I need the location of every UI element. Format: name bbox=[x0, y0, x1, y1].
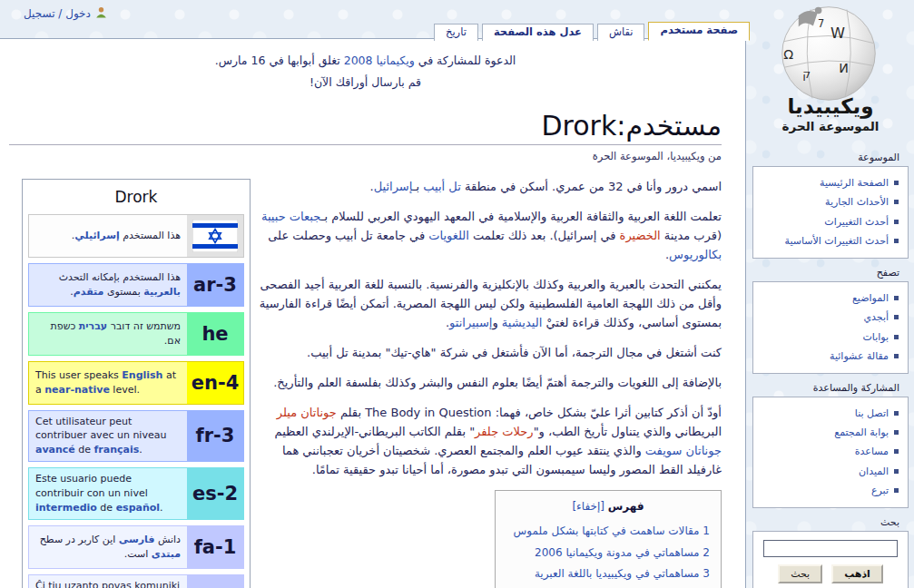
personal-bar: دخول / تسجيل bbox=[24, 6, 107, 21]
sidebar-link[interactable]: الصفحة الرئيسية bbox=[820, 177, 889, 189]
red-link[interactable]: الخضيرة bbox=[620, 229, 661, 242]
portlet-header: الموسوعة bbox=[752, 152, 899, 163]
content-area: الدعوة للمشاركة في ويكيمانيا 2008 تغلق أ… bbox=[0, 38, 746, 588]
login-link[interactable]: دخول / تسجيل bbox=[24, 7, 91, 20]
bullet-icon bbox=[894, 181, 899, 185]
red-link[interactable]: جوناتان ميلر bbox=[277, 406, 337, 419]
sidebar-link[interactable]: الميدان bbox=[859, 466, 889, 477]
wiki-link[interactable]: ويكيمانيا 2008 bbox=[344, 54, 415, 67]
sidebar-item: اتصل بنا bbox=[759, 404, 899, 423]
portlet-header: المشاركة والمساعدة bbox=[752, 382, 899, 394]
toc-item: 2 مساهماتي في مدونة ويكيمانيا 2006 bbox=[506, 543, 710, 564]
text-segment: Cet utilisateur peut contribuer avec un … bbox=[35, 416, 166, 442]
sidebar-item: بوابة المجتمع bbox=[759, 423, 899, 442]
babel-code: es-2 bbox=[187, 468, 243, 519]
toc-title: فهرس bbox=[608, 500, 644, 513]
wiki-link[interactable]: بالعربية bbox=[143, 286, 181, 298]
logo-wordmark: ويكيبيديا bbox=[752, 96, 909, 117]
wiki-link[interactable]: مبتدی bbox=[152, 548, 181, 560]
text-segment: هذا المستخدم bbox=[120, 230, 181, 241]
israel-flag-icon bbox=[187, 215, 243, 257]
babel-row: Cet utilisateur peut contribuer avec un … bbox=[28, 410, 244, 463]
toc-hide-link[interactable]: [إخفاء] bbox=[572, 500, 604, 513]
sidebar-link[interactable]: أحدث التغييرات الأساسية bbox=[785, 235, 889, 247]
wiki-link[interactable]: بكالوريوس bbox=[669, 248, 722, 261]
text-segment: في إسرائيل). بعد ذلك تعلمت bbox=[469, 229, 620, 242]
sidebar-link[interactable]: تبرع bbox=[871, 485, 889, 496]
wiki-link[interactable]: فارسی bbox=[119, 534, 155, 545]
text-segment: كنت أشتغل في مجال الترجمة، أما الآن فأشت… bbox=[307, 346, 722, 359]
babel-code: fr-3 bbox=[187, 411, 243, 462]
toc-link[interactable]: 1 مقالات ساهمت في كتابتها بشكل ملموس bbox=[514, 524, 710, 537]
babel-text: משתמש זה דובר עברית כשפת אם. bbox=[29, 313, 187, 355]
bullet-icon bbox=[894, 469, 899, 474]
tab-item[interactable]: تاريخ bbox=[434, 24, 478, 41]
page-title: مستخدم:Drork bbox=[9, 110, 722, 145]
sidebar-link[interactable]: أبجدي bbox=[863, 311, 889, 323]
toc-item: 4 مساهماتي في ويكيبيديا باللغة الإنكليزي… bbox=[506, 584, 710, 588]
babel-text: هذا المستخدم إسرائيلي. bbox=[29, 215, 187, 257]
tab-item[interactable]: عدل هذه الصفحة bbox=[482, 24, 594, 41]
wiki-link[interactable]: اليديشية bbox=[502, 316, 542, 329]
search-button[interactable]: بحث bbox=[778, 564, 822, 583]
user-person-icon bbox=[95, 6, 107, 21]
wiki-link[interactable]: جبعات حبيبة bbox=[261, 210, 321, 223]
wiki-link[interactable]: جوناتان سويفت bbox=[645, 444, 722, 457]
bullet-icon bbox=[894, 488, 899, 493]
wiki-link[interactable]: español bbox=[116, 502, 160, 514]
wiki-link[interactable]: متقدم bbox=[74, 286, 104, 298]
bullet-icon bbox=[894, 411, 899, 416]
wikipedia-logo[interactable]: Ω W И ק 7 ويكيبيديا الموسوعة الحرة bbox=[752, 0, 909, 143]
toc-link[interactable]: 2 مساهماتي في مدونة ويكيمانيا 2006 bbox=[535, 546, 710, 559]
wiki-link[interactable]: اللغويات bbox=[428, 229, 469, 242]
babel-text: Cet utilisateur peut contribuer avec un … bbox=[29, 411, 187, 462]
text-segment: البريطاني والذي يتناول تأريخ الطب، و" bbox=[534, 425, 722, 438]
svg-text:W: W bbox=[830, 24, 845, 42]
svg-text:7: 7 bbox=[818, 17, 824, 30]
sidebar-link[interactable]: المواضيع bbox=[852, 292, 889, 304]
text-segment: This user speaks bbox=[35, 369, 122, 381]
bullet-icon bbox=[894, 220, 899, 224]
toc-link[interactable]: 3 مساهماتي في ويكيبيديا باللغة العبرية bbox=[535, 567, 710, 580]
sidebar-link[interactable]: أحدث التغييرات bbox=[824, 216, 889, 228]
wikipedia-globe-icon: Ω W И ק 7 bbox=[771, 2, 887, 103]
sidebar-item: الصفحة الرئيسية bbox=[759, 173, 899, 192]
tab-item[interactable]: نقاش bbox=[597, 24, 645, 41]
wiki-link[interactable]: avancé bbox=[35, 444, 75, 456]
wiki-link[interactable]: intermedio bbox=[35, 502, 97, 514]
wiki-link[interactable]: تل أبيب bbox=[423, 180, 461, 193]
logo-tagline: الموسوعة الحرة bbox=[752, 119, 909, 133]
wiki-link[interactable]: français bbox=[94, 444, 140, 456]
babel-row: משתמש זה דובר עברית כשפת אם.he bbox=[28, 312, 244, 356]
babel-text: Este usuario puede contribuir con un niv… bbox=[29, 468, 187, 519]
text-segment: . bbox=[160, 502, 163, 514]
tab-active[interactable]: صفحة مستخدم bbox=[648, 22, 750, 41]
sidebar-item: الميدان bbox=[759, 462, 899, 481]
sidebar-link[interactable]: الأحداث الجارية bbox=[825, 196, 889, 208]
go-button[interactable]: اذهب bbox=[831, 564, 883, 583]
wiki-link[interactable]: إسرائيل bbox=[374, 180, 413, 193]
wiki-link[interactable]: near-native bbox=[44, 384, 110, 396]
text-segment: de bbox=[75, 444, 94, 456]
wiki-link[interactable]: إسبيرانتو bbox=[449, 316, 492, 329]
site-subtitle: من ويكيبيديا، الموسوعة الحرة bbox=[9, 150, 722, 162]
sidebar-link[interactable]: بوابة المجتمع bbox=[834, 426, 889, 438]
bullet-icon bbox=[894, 315, 899, 319]
sitenotice: الدعوة للمشاركة في ويكيمانيا 2008 تغلق أ… bbox=[9, 50, 722, 93]
red-link[interactable]: رحلات جلفر bbox=[475, 425, 534, 438]
babel-row: Ĉi tiu uzanto povas komuniki per baza ni… bbox=[28, 574, 244, 588]
sidebar-link[interactable]: اتصل بنا bbox=[855, 407, 889, 419]
wiki-link[interactable]: עברית bbox=[79, 320, 107, 332]
search-input[interactable] bbox=[763, 540, 898, 557]
sidebar-link[interactable]: بوابات bbox=[862, 331, 889, 343]
babel-code: ar-3 bbox=[187, 264, 243, 306]
bullet-icon bbox=[894, 239, 899, 243]
text-segment: الدعوة للمشاركة في bbox=[415, 54, 516, 67]
bullet-icon bbox=[894, 296, 899, 300]
sidebar-link[interactable]: مقالة عشوائية bbox=[830, 350, 889, 362]
wiki-link[interactable]: إسرائيلي bbox=[74, 230, 119, 241]
sidebar-link[interactable]: مساعدة bbox=[855, 446, 889, 457]
wiki-link[interactable]: English bbox=[122, 369, 162, 381]
toc-item: 1 مقالات ساهمت في كتابتها بشكل ملموس bbox=[506, 521, 710, 542]
text-segment: قم بارسال أوراقك الآن! bbox=[310, 75, 421, 89]
